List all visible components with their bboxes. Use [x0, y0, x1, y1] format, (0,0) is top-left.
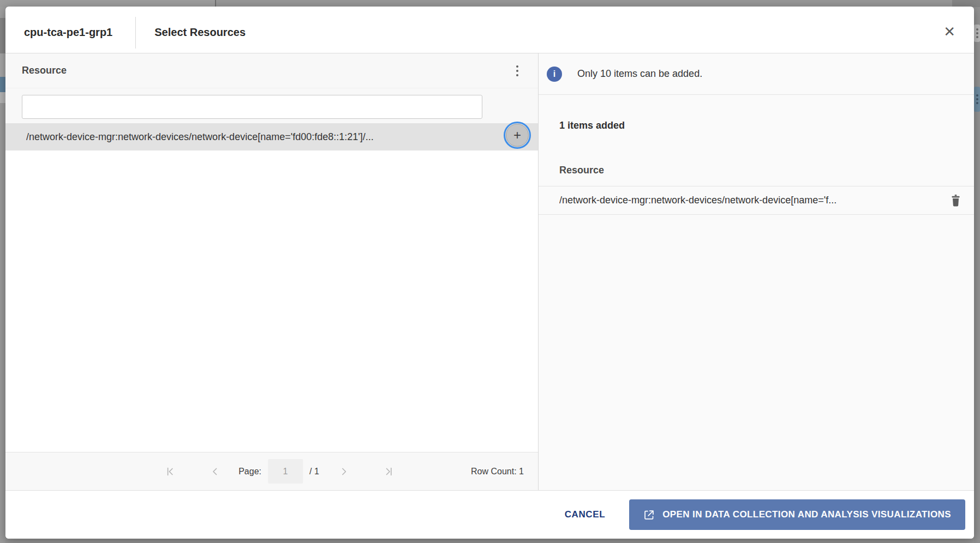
resource-filter-row — [5, 88, 538, 123]
external-link-icon — [643, 509, 655, 521]
info-message: Only 10 items can be added. — [577, 68, 702, 80]
resource-path: /network-device-mgr:network-devices/netw… — [26, 131, 374, 143]
resource-list-empty-area — [5, 150, 538, 452]
previous-page-icon[interactable] — [208, 464, 222, 479]
resource-column-label: Resource — [22, 65, 67, 76]
page-number-input[interactable] — [268, 459, 303, 484]
backdrop-left-strip — [0, 7, 5, 543]
column-options-kebab-icon[interactable] — [514, 63, 521, 79]
open-visualizations-button[interactable]: OPEN IN DATA COLLECTION AND ANALYSIS VIS… — [629, 499, 965, 530]
selected-resources-panel: i Only 10 items can be added. 1 items ad… — [539, 53, 974, 490]
info-banner: i Only 10 items can be added. — [539, 53, 974, 95]
cancel-button[interactable]: CANCEL — [565, 509, 605, 520]
dialog-footer: CANCEL OPEN IN DATA COLLECTION AND ANALY… — [5, 491, 974, 539]
resource-filter-input[interactable] — [22, 95, 482, 119]
added-resource-row: /network-device-mgr:network-devices/netw… — [539, 186, 974, 215]
pagination-bar: Page: / 1 Row Count: 1 — [5, 452, 538, 490]
page-label: Page: — [238, 467, 261, 476]
context-title: cpu-tca-pe1-grp1 — [24, 26, 112, 39]
open-visualizations-label: OPEN IN DATA COLLECTION AND ANALYSIS VIS… — [662, 509, 951, 520]
trash-icon — [951, 195, 961, 207]
last-page-icon[interactable] — [381, 464, 396, 479]
info-icon: i — [547, 67, 562, 82]
add-resource-button[interactable]: + — [506, 124, 529, 147]
row-count: Row Count: 1 — [471, 467, 524, 476]
dialog-header: cpu-tca-pe1-grp1 Select Resources ✕ — [5, 7, 974, 53]
select-resources-dialog: cpu-tca-pe1-grp1 Select Resources ✕ Reso… — [5, 7, 974, 539]
resource-column-header: Resource — [5, 53, 538, 88]
first-page-icon[interactable] — [163, 464, 177, 479]
added-resource-path: /network-device-mgr:network-devices/netw… — [559, 195, 836, 206]
dialog-body: Resource /network-device-mgr:network-dev… — [5, 53, 974, 491]
next-page-icon[interactable] — [337, 464, 351, 479]
items-added-count: 1 items added — [559, 120, 974, 131]
drag-handle-icon — [974, 25, 980, 42]
close-icon: ✕ — [943, 23, 955, 39]
drag-handle-icon — [974, 87, 980, 112]
page-total: / 1 — [309, 467, 319, 476]
dialog-title: Select Resources — [154, 26, 246, 39]
plus-icon: + — [513, 128, 521, 142]
header-divider — [135, 17, 136, 49]
backdrop-right-strip — [974, 7, 980, 543]
selected-resource-column-label: Resource — [559, 165, 974, 176]
delete-resource-button[interactable] — [949, 194, 962, 208]
close-button[interactable]: ✕ — [941, 22, 958, 40]
resource-row[interactable]: /network-device-mgr:network-devices/netw… — [5, 123, 538, 150]
resource-picker-panel: Resource /network-device-mgr:network-dev… — [5, 53, 539, 490]
